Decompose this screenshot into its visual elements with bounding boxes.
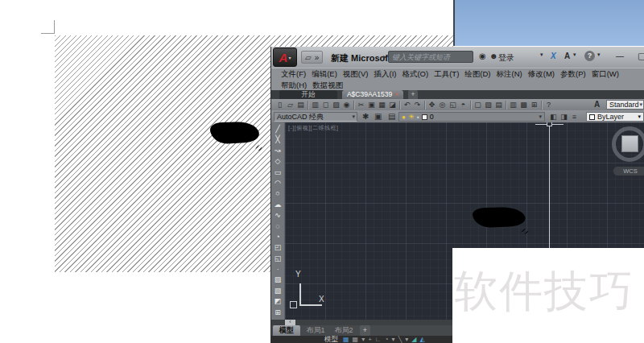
- autodesk-app-icon[interactable]: A: [564, 52, 570, 60]
- publish-icon[interactable]: ◉: [341, 100, 352, 110]
- polyline-icon[interactable]: ↝: [273, 146, 283, 156]
- zoom-realtime-icon[interactable]: ◎: [437, 100, 448, 110]
- menu-0[interactable]: 文件(F): [281, 69, 306, 80]
- infer-constraints-icon[interactable]: +: [368, 336, 372, 343]
- text-style-icon[interactable]: A: [594, 100, 600, 109]
- minimize-button[interactable]: —: [616, 52, 624, 60]
- tab-drawing[interactable]: A$C39AA1539×: [342, 90, 403, 99]
- snap-mode-icon[interactable]: ▦: [353, 336, 359, 343]
- search-input[interactable]: [388, 51, 473, 63]
- layer-caret-icon[interactable]: ▾: [539, 114, 542, 120]
- maximize-button[interactable]: ▢: [638, 51, 644, 61]
- layer-lock-icon[interactable]: ▪: [417, 114, 419, 121]
- plot-preview-icon[interactable]: ◻: [320, 100, 331, 110]
- pickstyle-icon[interactable]: ▣: [374, 112, 382, 121]
- search-binoculars-icon[interactable]: ◉: [479, 52, 486, 60]
- viewport-controls-label[interactable]: [-][俯视][二维线框]: [288, 124, 339, 132]
- qat-overflow-icon[interactable]: »: [315, 53, 320, 62]
- ellipse-arc-icon[interactable]: ◔: [273, 232, 283, 242]
- print-icon[interactable]: ▥: [310, 100, 320, 110]
- snap-caret-icon[interactable]: ▾: [361, 336, 365, 343]
- zoom-window-icon[interactable]: ◱: [448, 100, 458, 110]
- cut-icon[interactable]: ✂: [356, 100, 366, 110]
- workspace-dropdown[interactable]: ▾ AutoCAD 经典: [274, 112, 357, 122]
- rectangle-icon[interactable]: ▭: [273, 167, 283, 178]
- quickcalc-icon[interactable]: ⊞: [529, 100, 539, 110]
- quick-access-toolbar[interactable]: ▱ »: [301, 51, 323, 64]
- model-space-button[interactable]: 模型: [324, 336, 338, 343]
- tab-layout1[interactable]: 布局1: [302, 325, 329, 336]
- tool-palettes-icon[interactable]: ▤: [493, 100, 504, 110]
- menu-10[interactable]: 窗口(W): [592, 69, 619, 80]
- zoom-previous-icon[interactable]: ◓: [458, 100, 469, 110]
- paste-icon[interactable]: ▦: [377, 100, 387, 110]
- menu-8[interactable]: 修改(M): [528, 69, 555, 80]
- undo-icon[interactable]: ↶: [402, 100, 412, 110]
- tab-start[interactable]: 开始: [279, 90, 337, 99]
- line-icon[interactable]: ╱: [273, 124, 283, 134]
- autodesk-exchange-icon[interactable]: X: [551, 52, 556, 60]
- properties-icon[interactable]: ▢: [473, 100, 483, 110]
- make-object-layer-current-icon[interactable]: ◧: [548, 112, 559, 122]
- gradient-icon[interactable]: ▧: [273, 286, 283, 296]
- designcenter-icon[interactable]: ▧: [483, 100, 493, 110]
- osnap-caret-icon[interactable]: ▾: [405, 336, 408, 343]
- redo-icon[interactable]: ↷: [412, 100, 423, 110]
- revision-cloud-icon[interactable]: ☁: [273, 200, 283, 210]
- application-menu-button[interactable]: A ▾: [273, 48, 297, 67]
- signin-person-icon[interactable]: ☻: [489, 52, 498, 60]
- viewcube[interactable]: [612, 126, 644, 162]
- menu-7[interactable]: 标注(N): [497, 69, 522, 80]
- tab-close-icon[interactable]: ×: [394, 90, 398, 98]
- ortho-mode-icon[interactable]: ∟: [375, 336, 382, 343]
- viewcube-face[interactable]: [621, 135, 638, 152]
- object-snap-icon[interactable]: ╲: [398, 336, 402, 343]
- help-icon[interactable]: ?: [584, 51, 595, 61]
- scroll-left-button[interactable]: ‹: [285, 320, 295, 325]
- table-icon[interactable]: ⊞: [273, 308, 283, 318]
- open-icon[interactable]: ▱: [285, 100, 295, 110]
- create-block-icon[interactable]: ◱: [273, 254, 283, 264]
- hatch-icon[interactable]: ▨: [273, 275, 283, 285]
- insert-block-icon[interactable]: ◰: [273, 242, 283, 253]
- save-icon[interactable]: ▤: [295, 100, 306, 110]
- new-drawing-tab-button[interactable]: +: [408, 90, 418, 99]
- tab-model[interactable]: 模型: [273, 325, 300, 336]
- polar-tracking-icon[interactable]: ◔: [385, 336, 389, 343]
- plot-icon[interactable]: ▨: [331, 100, 341, 110]
- copy-icon[interactable]: ▣: [366, 100, 377, 110]
- color-dropdown[interactable]: ByLayer ▾: [586, 112, 644, 122]
- menu-1[interactable]: 编辑(E): [312, 69, 337, 80]
- circle-icon[interactable]: ○: [273, 188, 283, 199]
- new-layout-button[interactable]: +: [360, 325, 370, 336]
- construction-line-icon[interactable]: ╳: [273, 134, 283, 145]
- menu-2[interactable]: 视图(V): [343, 69, 369, 80]
- isodraft-icon[interactable]: ◢: [411, 336, 416, 343]
- menu-6[interactable]: 绘图(D): [464, 69, 490, 80]
- open-icon[interactable]: ▱: [305, 53, 312, 62]
- menu-5[interactable]: 工具(T): [434, 69, 459, 80]
- arc-icon[interactable]: ◠: [273, 178, 283, 188]
- pan-icon[interactable]: ✥: [427, 100, 437, 110]
- menu-3[interactable]: 插入(I): [374, 69, 396, 80]
- app-caret-icon[interactable]: ▾: [573, 52, 576, 58]
- cad-helicopter-drawing[interactable]: [416, 198, 529, 238]
- match-properties-icon[interactable]: ◪: [387, 100, 398, 110]
- tab-layout2[interactable]: 布局2: [331, 325, 357, 336]
- signin-label[interactable]: 登录: [498, 52, 514, 64]
- menu-9[interactable]: 参数(P): [560, 69, 586, 80]
- annotation-scale-icon[interactable]: ◭: [420, 336, 425, 343]
- wcs-dropdown[interactable]: WCS: [613, 167, 644, 176]
- ellipse-icon[interactable]: ◌: [273, 221, 283, 232]
- point-icon[interactable]: ∙: [273, 264, 283, 275]
- layer-states-icon[interactable]: ≡: [569, 112, 580, 122]
- layer-freeze-sun-icon[interactable]: ☀: [408, 113, 415, 121]
- markup-icon[interactable]: ▩: [518, 100, 529, 110]
- signin-caret-icon[interactable]: ▾: [540, 52, 543, 58]
- polygon-icon[interactable]: ◇: [273, 156, 283, 167]
- new-icon[interactable]: ▯: [275, 100, 285, 110]
- sheetset-manager-icon[interactable]: ▥: [508, 100, 518, 110]
- workspace-settings-gear-icon[interactable]: ✱: [362, 112, 369, 121]
- layer-on-bulb-icon[interactable]: ●: [402, 114, 406, 121]
- layer-previous-icon[interactable]: ◨: [559, 112, 569, 122]
